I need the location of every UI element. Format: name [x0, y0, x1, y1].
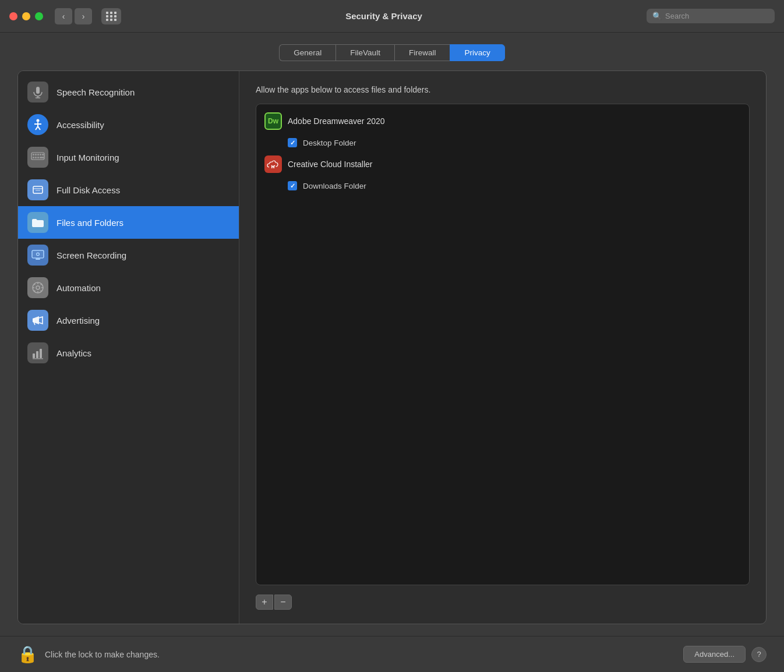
svg-line-33	[41, 291, 42, 292]
tab-privacy[interactable]: Privacy	[450, 44, 504, 61]
svg-rect-15	[35, 157, 37, 158]
panel: Speech Recognition Accessibility	[17, 70, 767, 624]
downloads-folder-checkbox[interactable]: ✓	[288, 181, 297, 190]
dreamweaver-name: Adobe Dreamweaver 2020	[288, 116, 385, 126]
content-description: Allow the apps below to access files and…	[256, 85, 750, 94]
nav-buttons: ‹ ›	[55, 8, 92, 24]
svg-rect-14	[33, 157, 34, 158]
search-box[interactable]: 🔍	[647, 9, 775, 23]
desktop-folder-label: Desktop Folder	[303, 139, 356, 147]
creative-cloud-downloads-folder[interactable]: ✓ Downloads Folder	[256, 178, 749, 194]
svg-line-32	[34, 284, 35, 285]
tab-general[interactable]: General	[279, 44, 336, 61]
sidebar-item-full-disk-access[interactable]: Full Disk Access	[18, 174, 239, 206]
app-list: Dw Adobe Dreamweaver 2020 ✓ Desktop Fold…	[256, 104, 750, 585]
lock-icon: 🔒	[17, 645, 38, 664]
main-content: General FileVault Firewall Privacy Speec…	[0, 33, 784, 636]
svg-rect-22	[36, 259, 40, 260]
dreamweaver-icon: Dw	[264, 112, 282, 130]
search-icon: 🔍	[652, 12, 662, 20]
svg-rect-0	[36, 87, 40, 94]
sidebar-label-speech: Speech Recognition	[56, 87, 135, 97]
accessibility-icon	[27, 114, 48, 135]
grid-icon	[106, 12, 117, 21]
sidebar-item-screen-recording[interactable]: Screen Recording	[18, 239, 239, 271]
full-disk-icon	[27, 179, 48, 200]
sidebar-label-screen: Screen Recording	[56, 250, 126, 260]
svg-rect-8	[31, 153, 44, 160]
analytics-icon	[27, 342, 48, 363]
advanced-button[interactable]: Advanced...	[683, 646, 746, 663]
tab-bar: General FileVault Firewall Privacy	[17, 44, 767, 61]
sidebar-label-automation: Automation	[56, 283, 101, 293]
tab-filevault[interactable]: FileVault	[336, 44, 394, 61]
advertising-icon	[27, 310, 48, 331]
svg-line-35	[34, 291, 35, 292]
svg-rect-9	[33, 154, 34, 155]
automation-icon	[27, 277, 48, 298]
search-input[interactable]	[665, 12, 769, 20]
titlebar: ‹ › Security & Privacy 🔍	[0, 0, 784, 33]
close-button[interactable]	[9, 12, 17, 20]
sidebar-item-automation[interactable]: Automation	[18, 271, 239, 304]
input-monitoring-icon	[27, 147, 48, 168]
app-row-dreamweaver[interactable]: Dw Adobe Dreamweaver 2020	[256, 108, 749, 135]
remove-button[interactable]: −	[274, 595, 292, 610]
creative-cloud-name: Creative Cloud Installer	[288, 160, 373, 169]
bottom-right: Advanced... ?	[683, 646, 767, 663]
svg-rect-38	[36, 351, 38, 358]
maximize-button[interactable]	[35, 12, 43, 20]
sidebar-label-input: Input Monitoring	[56, 153, 119, 162]
grid-button[interactable]	[101, 8, 121, 24]
svg-rect-39	[40, 349, 42, 358]
svg-line-34	[41, 284, 42, 285]
svg-rect-13	[42, 154, 44, 155]
checkmark-icon-2: ✓	[290, 182, 295, 190]
content-area: Allow the apps below to access files and…	[239, 71, 766, 624]
sidebar: Speech Recognition Accessibility	[18, 71, 239, 624]
sidebar-item-advertising[interactable]: Advertising	[18, 304, 239, 337]
add-button[interactable]: +	[256, 595, 273, 610]
sidebar-label-files: Files and Folders	[56, 218, 123, 228]
minimize-button[interactable]	[22, 12, 30, 20]
svg-point-27	[36, 286, 40, 289]
desktop-folder-checkbox[interactable]: ✓	[288, 138, 297, 147]
svg-rect-10	[35, 154, 37, 155]
bottom-bar: 🔒 Click the lock to make changes. Advanc…	[0, 636, 784, 672]
help-button[interactable]: ?	[751, 647, 767, 662]
window-title: Security & Privacy	[128, 11, 640, 21]
dreamweaver-desktop-folder[interactable]: ✓ Desktop Folder	[256, 135, 749, 151]
checkmark-icon: ✓	[290, 139, 295, 147]
speech-recognition-icon	[27, 82, 48, 102]
sidebar-label-disk: Full Disk Access	[56, 185, 120, 195]
sidebar-label-advertising: Advertising	[56, 316, 100, 326]
sidebar-item-accessibility[interactable]: Accessibility	[18, 108, 239, 141]
sidebar-item-speech-recognition[interactable]: Speech Recognition	[18, 76, 239, 108]
svg-rect-37	[33, 353, 35, 358]
lock-text: Click the lock to make changes.	[45, 650, 160, 659]
creative-cloud-icon	[264, 155, 282, 173]
svg-point-25	[37, 253, 39, 255]
sidebar-item-analytics[interactable]: Analytics	[18, 337, 239, 369]
svg-rect-11	[37, 154, 39, 155]
lock-area[interactable]: 🔒 Click the lock to make changes.	[17, 645, 160, 664]
back-button[interactable]: ‹	[55, 8, 72, 24]
forward-button[interactable]: ›	[75, 8, 92, 24]
traffic-lights	[9, 12, 43, 20]
list-controls: + −	[256, 595, 750, 610]
files-folders-icon	[27, 212, 48, 233]
screen-recording-icon	[27, 245, 48, 266]
svg-line-7	[38, 126, 40, 130]
downloads-folder-label: Downloads Folder	[303, 182, 366, 190]
app-row-creative-cloud[interactable]: Creative Cloud Installer	[256, 151, 749, 178]
svg-rect-17	[40, 157, 44, 158]
sidebar-item-files-and-folders[interactable]: Files and Folders	[18, 206, 239, 239]
tab-firewall[interactable]: Firewall	[394, 44, 450, 61]
sidebar-label-accessibility: Accessibility	[56, 120, 104, 130]
svg-rect-36	[33, 319, 34, 322]
svg-point-3	[37, 119, 40, 122]
sidebar-item-input-monitoring[interactable]: Input Monitoring	[18, 141, 239, 174]
sidebar-label-analytics: Analytics	[56, 348, 91, 358]
svg-rect-16	[37, 157, 39, 158]
svg-rect-18	[33, 186, 43, 193]
